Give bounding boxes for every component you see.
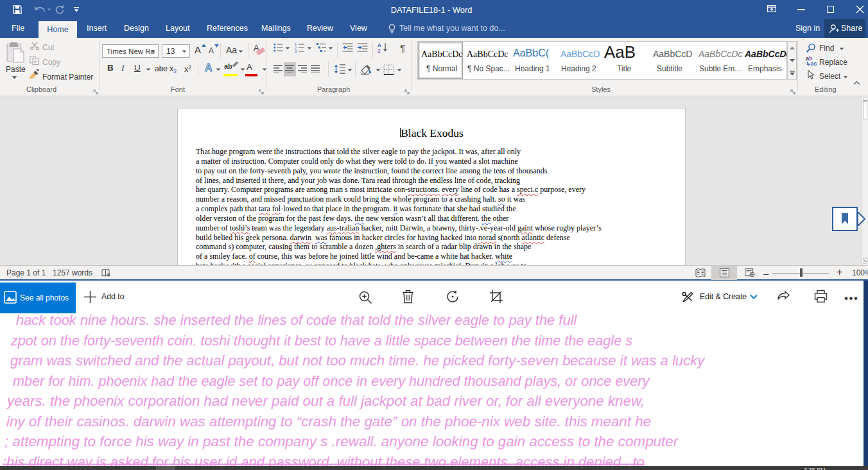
svg-text:3: 3 bbox=[295, 49, 297, 53]
svg-text:A: A bbox=[205, 62, 213, 73]
svg-text:Z: Z bbox=[378, 48, 381, 53]
svg-text:A: A bbox=[378, 42, 381, 48]
